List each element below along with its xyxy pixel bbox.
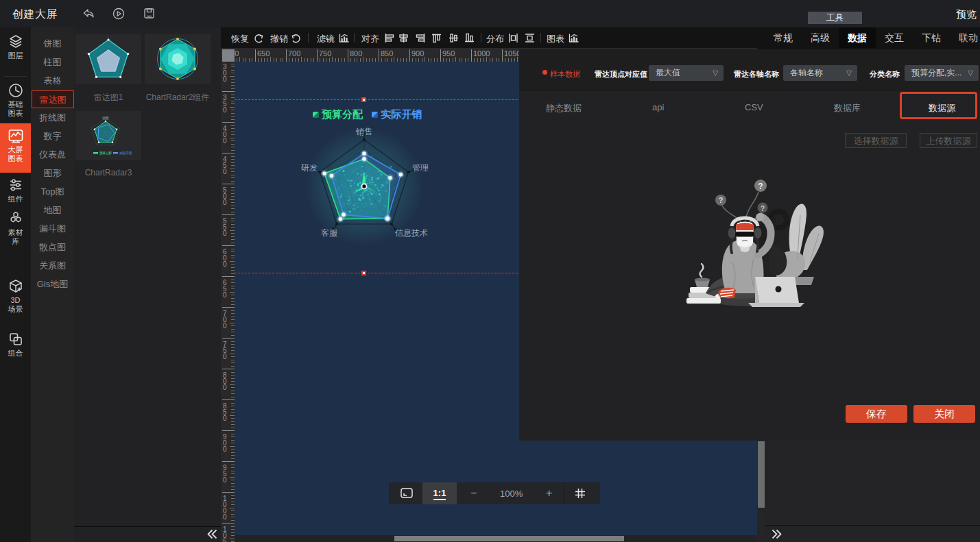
svg-text:研发: 研发 — [301, 163, 318, 173]
svg-text:客服: 客服 — [321, 228, 338, 238]
svg-text:信息技术: 信息技术 — [395, 228, 428, 238]
svg-text:?: ? — [758, 182, 763, 191]
svg-text:销售: 销售 — [101, 116, 109, 120]
svg-text:?: ? — [761, 205, 765, 212]
svg-text:实际开销: 实际开销 — [119, 151, 132, 156]
svg-text:管理: 管理 — [412, 163, 429, 173]
svg-text:销售: 销售 — [355, 127, 372, 136]
svg-text:?: ? — [719, 196, 724, 204]
